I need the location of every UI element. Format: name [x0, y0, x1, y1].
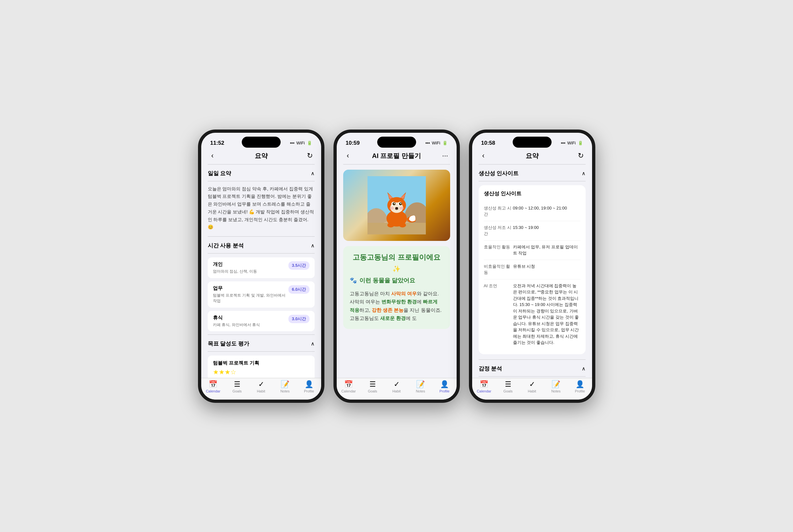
time-item-rest-title: 휴식: [213, 315, 289, 321]
insight-card: 생산성 인사이트 생산성 최고 시간 09:00 ~ 12:00, 19:00 …: [479, 185, 586, 354]
calendar-icon-3: 📅: [480, 381, 488, 388]
tab-profile-2[interactable]: 👤 Profile: [432, 381, 457, 393]
screen-content-3[interactable]: 생산성 인사이트 ∧ 생산성 인사이트 생산성 최고 시간 09:00 ~ 12…: [472, 165, 592, 378]
screen-content-2[interactable]: 고동고동님의 프로필이에요 ✨ 🐾 이런 동물을 닮았어요 고동고동님은 마치 …: [337, 165, 457, 378]
svg-point-20: [395, 207, 398, 209]
tab-notes-3[interactable]: 📝 Notes: [544, 381, 568, 393]
battery-icon-1: 🔋: [307, 140, 312, 146]
section-productivity-chevron[interactable]: ∧: [582, 170, 586, 176]
section-goal-header: 목표 달성도 평가 ∧: [201, 335, 321, 351]
time-item-personal-title: 개인: [213, 261, 289, 267]
insight-value-inefficient: 유튜브 시청: [513, 263, 580, 276]
insight-row-efficient: 효율적인 활동 카페에서 업무, 유저 프로필 업데이트 작업: [484, 241, 580, 260]
time-item-personal: 개인 엄마와의 점심, 산책, 이동 3.5시간: [208, 258, 315, 278]
tab-notes-2[interactable]: 📝 Notes: [409, 381, 432, 393]
phone-frame-1: 11:52 ▪▪▪ WiFi 🔋 ‹ 요약 ↻ 일일 요약 ∧: [198, 130, 325, 403]
time-item-work-desc: 텀블벅 프로젝트 기획 및 개발, 와인바에서 작업: [213, 293, 289, 304]
habit-label-1: Habit: [257, 389, 265, 393]
goals-icon-1: ☰: [234, 381, 240, 388]
status-time-3: 10:58: [481, 140, 495, 146]
habit-icon-3: ✓: [529, 381, 535, 388]
profile-image-container: [337, 165, 457, 246]
paw-icon: 🐾: [350, 277, 357, 284]
tab-calendar-1[interactable]: 📅 Calendar: [201, 381, 225, 393]
screen-content-1[interactable]: 일일 요약 ∧ 오늘은 엄마와의 점심 약속 후, 카페에서 집중력 있게 텀블…: [201, 165, 321, 378]
time-badge-work: 6.0시간: [289, 285, 309, 294]
fox-illustration: [368, 176, 426, 234]
notes-label-3: Notes: [551, 389, 561, 393]
insight-label-peak: 생산성 최고 시간: [484, 205, 513, 217]
screens-container: 11:52 ▪▪▪ WiFi 🔋 ‹ 요약 ↻ 일일 요약 ∧: [198, 130, 595, 403]
back-button-1[interactable]: ‹: [208, 152, 218, 160]
tab-profile-1[interactable]: 👤 Profile: [297, 381, 321, 393]
tab-notes-1[interactable]: 📝 Notes: [273, 381, 297, 393]
insight-row-inefficient: 비효율적인 활동 유튜브 시청: [484, 260, 580, 280]
tab-goals-3[interactable]: ☰ Goals: [496, 381, 520, 393]
habit-icon-1: ✓: [258, 381, 264, 388]
phone-frame-2: 10:59 ▪▪▪ WiFi 🔋 ‹ AI 프로필 만들기 ···: [333, 130, 460, 403]
notes-label-2: Notes: [416, 389, 425, 393]
page-title-2: AI 프로필 만들기: [353, 152, 440, 160]
refresh-button-1[interactable]: ↻: [305, 152, 315, 160]
section-daily-chevron[interactable]: ∧: [311, 170, 315, 176]
battery-icon-3: 🔋: [578, 140, 583, 146]
profile-sparkle: ✨: [350, 265, 444, 273]
back-button-2[interactable]: ‹: [343, 152, 353, 160]
section-time-title: 시간 사용 분석: [208, 242, 244, 249]
profile-label-3: Profile: [575, 389, 585, 393]
profile-description: 고동고동님은 마치 사막의 여우와 같아요. 사막의 여우는 변화무쌍한 환경에…: [350, 289, 444, 323]
fox-image: [343, 170, 450, 241]
tab-bar-3: 📅 Calendar ☰ Goals ✓ Habit 📝 Notes 👤: [472, 378, 592, 400]
section-goal-chevron[interactable]: ∧: [311, 341, 315, 347]
section-daily-header: 일일 요약 ∧: [201, 165, 321, 181]
tab-profile-3[interactable]: 👤 Profile: [568, 381, 592, 393]
section-goal-title: 목표 달성도 평가: [208, 340, 249, 347]
more-button-2[interactable]: ···: [440, 152, 450, 160]
back-button-3[interactable]: ‹: [479, 152, 488, 160]
svg-point-24: [399, 223, 406, 227]
profile-animal-title: 🐾 이런 동물을 닮았어요: [350, 277, 444, 284]
phone-screen-2: 10:59 ▪▪▪ WiFi 🔋 ‹ AI 프로필 만들기 ···: [337, 133, 457, 400]
section-emotion-header: 감정 분석 ∧: [472, 360, 592, 376]
notes-label-1: Notes: [280, 389, 290, 393]
status-time-2: 10:59: [346, 140, 360, 146]
calendar-label-3: Calendar: [477, 389, 491, 393]
tab-calendar-2[interactable]: 📅 Calendar: [337, 381, 361, 393]
phone-screen-1: 11:52 ▪▪▪ WiFi 🔋 ‹ 요약 ↻ 일일 요약 ∧: [201, 133, 321, 400]
profile-label-2: Profile: [439, 389, 449, 393]
time-badge-rest: 3.0시간: [289, 315, 309, 323]
tab-habit-2[interactable]: ✓ Habit: [385, 381, 409, 393]
signal-icon-1: WiFi: [296, 140, 305, 146]
calendar-label-1: Calendar: [206, 389, 220, 393]
tab-calendar-3[interactable]: 📅 Calendar: [472, 381, 496, 393]
section-time-chevron[interactable]: ∧: [311, 243, 315, 249]
tab-goals-1[interactable]: ☰ Goals: [225, 381, 249, 393]
tab-habit-3[interactable]: ✓ Habit: [520, 381, 544, 393]
insight-row-low: 생산성 저조 시간 15:30 ~ 19:00: [484, 221, 580, 241]
time-item-rest: 휴식 카페 휴식, 와인바에서 휴식 3.0시간: [208, 311, 315, 331]
insight-row-peak: 생산성 최고 시간 09:00 ~ 12:00, 19:00 ~ 21:00: [484, 202, 580, 221]
goals-label-2: Goals: [368, 389, 377, 393]
insight-label-efficient: 효율적인 활동: [484, 244, 513, 256]
habit-label-3: Habit: [528, 389, 536, 393]
status-icons-1: ▪▪▪ WiFi 🔋: [290, 140, 312, 146]
insight-row-ai: AI 조언 오전과 저녁 시간대에 집중력이 높은 편이므로, **중요한 업무…: [484, 280, 580, 349]
section-time-header: 시간 사용 분석 ∧: [201, 237, 321, 253]
status-time-1: 11:52: [210, 140, 224, 146]
tab-goals-2[interactable]: ☰ Goals: [361, 381, 385, 393]
section-emotion-title: 감정 분석: [479, 365, 502, 373]
svg-point-21: [389, 207, 394, 209]
profile-icon-2: 👤: [440, 381, 449, 388]
profile-icon-1: 👤: [305, 381, 313, 388]
goals-icon-3: ☰: [505, 381, 511, 388]
goal-stars: ★★★☆: [213, 368, 310, 376]
tab-habit-1[interactable]: ✓ Habit: [249, 381, 273, 393]
notes-icon-3: 📝: [552, 381, 560, 388]
time-badge-personal: 3.5시간: [289, 261, 309, 270]
tab-bar-1: 📅 Calendar ☰ Goals ✓ Habit 📝 Notes 👤: [201, 378, 321, 400]
section-emotion-chevron[interactable]: ∧: [582, 365, 586, 372]
refresh-button-3[interactable]: ↻: [576, 152, 586, 160]
insight-value-efficient: 카페에서 업무, 유저 프로필 업데이트 작업: [513, 244, 580, 256]
phone-screen-3: 10:58 ▪▪▪ WiFi 🔋 ‹ 요약 ↻ 생산성 인사이트 ∧: [472, 133, 592, 400]
section-daily-title: 일일 요약: [208, 170, 232, 177]
